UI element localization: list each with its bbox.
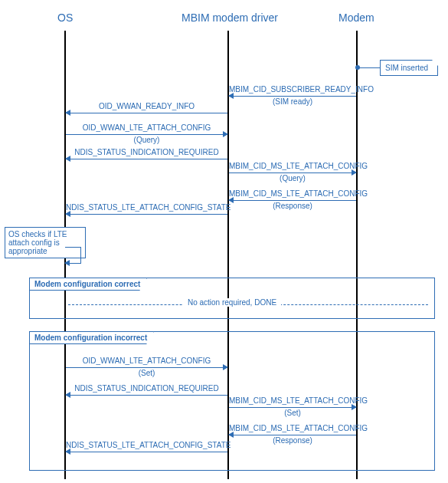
t: (SIM ready) <box>273 97 312 106</box>
arrow-sub-ready: MBIM_CID_SUBSCRIBER_READY_INFO (SIM read… <box>229 90 356 101</box>
t: Modem configuration correct <box>34 280 140 288</box>
lane-driver: MBIM modem driver <box>181 12 278 24</box>
msg-text: MBIM_CID_MS_LTE_ATTACH_CONFIG <box>229 189 356 199</box>
msg-sub: (Query) <box>66 136 227 145</box>
frag-correct: Modem configuration correct No action re… <box>29 278 435 319</box>
t: NDIS_STATUS_LTE_ATTACH_CONFIG_STATE <box>66 441 231 449</box>
t: OID_WWAN_LTE_ATTACH_CONFIG <box>83 356 211 365</box>
t: NDIS_STATUS_LTE_ATTACH_CONFIG_STATE <box>66 203 231 212</box>
self-arrow <box>65 247 81 264</box>
t: Modem configuration incorrect <box>34 334 147 342</box>
frag-text: No action required, DONE <box>30 298 434 307</box>
msg-text: NDIS_STATUS_INDICATION_REQUIRED <box>66 148 227 157</box>
frag-label: Modem configuration correct <box>29 278 147 291</box>
msg-text: OID_WWAN_READY_INFO <box>66 102 227 111</box>
t: OID_WWAN_READY_INFO <box>99 102 195 110</box>
arrow-ndis-ind-req2: NDIS_STATUS_INDICATION_REQUIRED <box>66 389 227 400</box>
frag-label: Modem configuration incorrect <box>29 331 154 344</box>
note-connector <box>358 67 380 68</box>
t: MBIM_CID_MS_LTE_ATTACH_CONFIG <box>229 189 368 198</box>
arrow-oid-ready: OID_WWAN_READY_INFO <box>66 107 227 118</box>
note-text: OS checks if LTE attach config is approp… <box>8 230 67 255</box>
t: (Query) <box>280 174 306 182</box>
arrow-ndis-attach-state2: NDIS_STATUS_LTE_ATTACH_CONFIG_STATE <box>66 446 227 457</box>
t: NDIS_STATUS_INDICATION_REQUIRED <box>74 148 218 156</box>
msg-sub: (SIM ready) <box>229 97 356 107</box>
msg-text: NDIS_STATUS_LTE_ATTACH_CONFIG_STATE <box>66 441 227 450</box>
t: (Response) <box>273 436 312 445</box>
arrow-ndis-attach-state: NDIS_STATUS_LTE_ATTACH_CONFIG_STATE <box>66 209 227 219</box>
arrow-mbim-attach-set: MBIM_CID_MS_LTE_ATTACH_CONFIG (Set) <box>229 402 356 412</box>
msg-sub: (Set) <box>229 409 356 418</box>
msg-text: MBIM_CID_SUBSCRIBER_READY_INFO <box>229 85 356 94</box>
t: (Set) <box>139 369 155 377</box>
msg-text: MBIM_CID_MS_LTE_ATTACH_CONFIG <box>229 424 356 433</box>
msg-sub: (Query) <box>229 174 356 183</box>
note-text: SIM inserted <box>385 64 428 72</box>
arrow-mbim-attach-resp: MBIM_CID_MS_LTE_ATTACH_CONFIG (Response) <box>229 195 356 205</box>
t: (Set) <box>284 409 301 417</box>
t: (Response) <box>273 202 312 210</box>
arrow-oid-attach-set: OID_WWAN_LTE_ATTACH_CONFIG (Set) <box>66 362 227 373</box>
msg-text: NDIS_STATUS_LTE_ATTACH_CONFIG_STATE <box>66 203 227 212</box>
msg-sub: (Response) <box>229 436 356 445</box>
msg-text: OID_WWAN_LTE_ATTACH_CONFIG <box>66 356 227 366</box>
note-sim-inserted: SIM inserted <box>380 60 438 76</box>
msg-sub: (Response) <box>229 202 356 211</box>
msg-text: OID_WWAN_LTE_ATTACH_CONFIG <box>66 123 227 133</box>
note-dot <box>355 65 360 70</box>
t: (Query) <box>134 136 160 144</box>
arrow-oid-attach-query: OID_WWAN_LTE_ATTACH_CONFIG (Query) <box>66 129 227 140</box>
msg-sub: (Set) <box>66 369 227 378</box>
arrow-mbim-attach-query: MBIM_CID_MS_LTE_ATTACH_CONFIG (Query) <box>229 167 356 178</box>
msg-text: MBIM_CID_MS_LTE_ATTACH_CONFIG <box>229 162 356 171</box>
msg-text: NDIS_STATUS_INDICATION_REQUIRED <box>66 384 227 393</box>
msg-text: MBIM_CID_MS_LTE_ATTACH_CONFIG <box>229 396 356 406</box>
t: MBIM_CID_SUBSCRIBER_READY_INFO <box>229 85 374 94</box>
t: MBIM_CID_MS_LTE_ATTACH_CONFIG <box>229 162 368 170</box>
t: MBIM_CID_MS_LTE_ATTACH_CONFIG <box>229 396 368 405</box>
arrow-mbim-attach-resp2: MBIM_CID_MS_LTE_ATTACH_CONFIG (Response) <box>229 429 356 440</box>
t: NDIS_STATUS_INDICATION_REQUIRED <box>74 384 218 393</box>
t: MBIM_CID_MS_LTE_ATTACH_CONFIG <box>229 424 368 432</box>
arrow-ndis-ind-req: NDIS_STATUS_INDICATION_REQUIRED <box>66 153 227 164</box>
lane-modem: Modem <box>338 12 374 24</box>
lane-os: OS <box>57 12 73 24</box>
t: No action required, DONE <box>183 298 281 307</box>
t: OID_WWAN_LTE_ATTACH_CONFIG <box>83 123 211 132</box>
